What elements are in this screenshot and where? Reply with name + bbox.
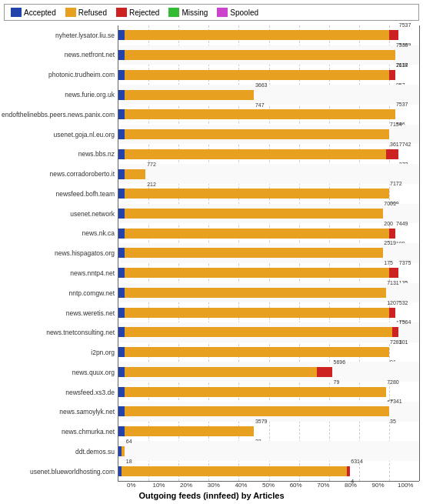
y-label: news.samoylyk.net bbox=[59, 406, 115, 419]
legend-spooled-label: Spooled bbox=[230, 8, 258, 17]
refused-bar bbox=[125, 406, 389, 416]
y-label: photonic.trudheim.com bbox=[48, 68, 115, 82]
refused-bar bbox=[125, 308, 389, 318]
x-axis-label: 0% bbox=[118, 482, 145, 489]
bar-top-label: 6314 bbox=[351, 459, 351, 464]
bar-top-label: 7537 bbox=[396, 102, 397, 107]
y-label: news.chmurka.net bbox=[62, 426, 115, 439]
refused-bar bbox=[125, 229, 389, 239]
legend-rejected: Rejected bbox=[116, 8, 159, 17]
refused-bar bbox=[125, 248, 383, 258]
accepted-bar bbox=[118, 288, 125, 298]
x-axis-label: 30% bbox=[200, 482, 228, 489]
accepted-bar bbox=[118, 30, 125, 40]
bar-top-label: 3579 bbox=[255, 419, 268, 424]
bar-segment-container: 63144 bbox=[118, 466, 419, 476]
y-label: nntp.comgw.net bbox=[68, 286, 115, 300]
accepted-bar bbox=[118, 327, 125, 337]
accepted-bar bbox=[118, 387, 125, 397]
spooled-color-swatch bbox=[217, 8, 228, 17]
bar-row: 728391 bbox=[118, 342, 419, 362]
bar-top-label: 7538 bbox=[396, 42, 397, 48]
y-label: nyheter.lysator.liu.se bbox=[55, 28, 115, 42]
bar-row: 3663747 bbox=[118, 85, 419, 105]
bar-top-label: 7449 bbox=[396, 221, 397, 226]
refused-bar bbox=[122, 446, 125, 456]
y-label: usenet.goja.nl.eu.org bbox=[54, 128, 115, 142]
accepted-bar bbox=[118, 367, 125, 377]
accepted-bar bbox=[118, 347, 125, 357]
bar-top-label: 7154 bbox=[390, 122, 391, 127]
bar-top-label: 7375 bbox=[399, 260, 400, 265]
y-label: ddt.demos.su bbox=[75, 445, 115, 459]
refused-bar bbox=[125, 149, 386, 159]
refused-bar bbox=[125, 169, 145, 179]
bar-segment-container: 772212 bbox=[118, 169, 419, 179]
bar-row: 7449189 bbox=[118, 223, 419, 243]
rejected-bar bbox=[317, 367, 332, 377]
y-label: news.furie.org.uk bbox=[65, 88, 115, 102]
y-label: news.netfront.net bbox=[65, 48, 115, 62]
legend: Accepted Refused Rejected Missing Spoole… bbox=[4, 4, 419, 21]
accepted-bar bbox=[118, 229, 125, 239]
rejected-bar bbox=[347, 466, 350, 476]
y-label: endofthelinebbs.peers.news.panix.com bbox=[2, 108, 115, 122]
accepted-bar bbox=[118, 109, 125, 119]
y-labels: nyheter.lysator.liu.senews.netfront.netp… bbox=[4, 25, 118, 482]
bar-segment-container: 7449189 bbox=[118, 229, 419, 239]
accepted-bar bbox=[118, 406, 125, 416]
bar-row: 2519175 bbox=[118, 243, 419, 263]
bar-top-label: 7283 bbox=[390, 339, 391, 345]
refused-bar bbox=[125, 387, 386, 397]
bar-top-label: 7131 bbox=[387, 280, 388, 285]
bar-segment-container: 7564101 bbox=[118, 327, 419, 337]
refused-bar bbox=[125, 70, 389, 80]
y-label: newsfeed.xs3.de bbox=[65, 386, 115, 399]
bar-top-label: 7564 bbox=[399, 319, 400, 325]
legend-missing: Missing bbox=[168, 8, 208, 17]
accepted-bar bbox=[118, 268, 125, 278]
legend-refused: Refused bbox=[65, 8, 107, 17]
accepted-bar bbox=[118, 70, 125, 80]
x-axis-label: 40% bbox=[228, 482, 255, 489]
x-axis-title: Outgoing feeds (innfeed) by Articles bbox=[4, 491, 419, 500]
refused-bar bbox=[125, 268, 389, 278]
bar-row: 7154361 bbox=[118, 125, 419, 145]
bar-top-label: 2519 bbox=[384, 240, 385, 245]
bar-row: 772212 bbox=[118, 164, 419, 184]
rejected-bar bbox=[389, 70, 395, 80]
accepted-bar bbox=[118, 129, 125, 139]
bar-row: 6418 bbox=[118, 441, 419, 461]
rejected-bar bbox=[389, 229, 395, 239]
bars-area: 7537346975382117763885736637477537496715… bbox=[118, 25, 419, 482]
bar-row: 569679 bbox=[118, 362, 419, 382]
bar-segment-container: 7154361 bbox=[118, 129, 419, 139]
y-label: newsfeed.bofh.team bbox=[55, 187, 115, 201]
missing-color-swatch bbox=[168, 8, 179, 17]
y-label: news.quux.org bbox=[72, 365, 115, 379]
chart-area: nyheter.lysator.liu.senews.netfront.netp… bbox=[4, 25, 419, 500]
rejected-bar bbox=[392, 327, 398, 337]
rejected-bar bbox=[389, 308, 395, 318]
accepted-bar bbox=[118, 149, 125, 159]
bar-top-label: 3663 bbox=[255, 82, 268, 88]
bar-segment-container: 7638857 bbox=[118, 70, 419, 80]
bar-row: 7001200 bbox=[118, 204, 419, 224]
bar-top-label: 772 bbox=[147, 162, 156, 167]
legend-accepted-label: Accepted bbox=[24, 8, 56, 17]
y-label: news.tnetconsulting.net bbox=[46, 326, 115, 340]
accepted-bar bbox=[118, 90, 125, 100]
bar-top-label: 7638 bbox=[396, 62, 397, 68]
bar-segment-container: 728067 bbox=[118, 387, 419, 397]
rejected-bar bbox=[389, 268, 398, 278]
chart-container: Accepted Refused Rejected Missing Spoole… bbox=[0, 0, 423, 504]
x-axis-label: 10% bbox=[145, 482, 173, 489]
bar-row: 734135 bbox=[118, 402, 419, 422]
accepted-bar bbox=[118, 209, 125, 219]
bar-top-label: 7742 bbox=[399, 142, 400, 147]
refused-bar bbox=[125, 426, 254, 436]
y-label: news.corradoroberto.it bbox=[49, 167, 115, 181]
bar-segment-container: 7742273 bbox=[118, 149, 419, 159]
accepted-bar bbox=[118, 308, 125, 318]
x-axis-label: 100% bbox=[391, 482, 419, 489]
